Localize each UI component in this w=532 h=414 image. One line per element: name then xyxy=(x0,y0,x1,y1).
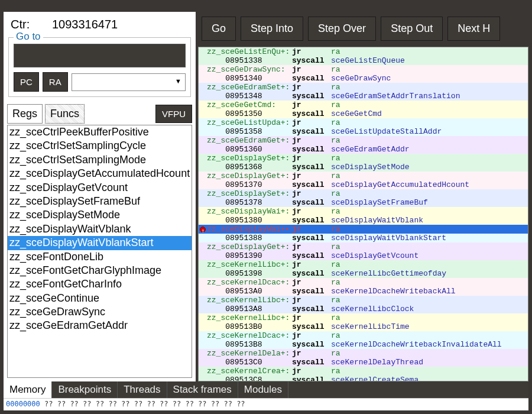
tab-modules[interactable]: Modules xyxy=(238,381,288,398)
disasm-row[interactable]: 08951368syscallsceDisplaySetMode xyxy=(199,163,528,172)
disasm-row[interactable]: 08951390syscallsceDisplayGetVcount xyxy=(199,251,528,260)
function-list-item[interactable]: zz_sceFontGetCharGlyphImage xyxy=(8,264,192,277)
disasm-row[interactable]: zz_sceKernelLibc+:jrra xyxy=(199,260,528,269)
breakpoint-gutter[interactable] xyxy=(199,207,207,216)
goto-combo[interactable] xyxy=(72,73,186,91)
function-list-item[interactable]: zz_sceGeEdramGetAddr xyxy=(8,319,192,332)
disasm-row[interactable]: zz_sceKernelDcac+:jrra xyxy=(199,331,528,340)
breakpoint-gutter[interactable] xyxy=(199,65,207,74)
disasm-row[interactable]: zz_sceGeEdramGet+:jrra xyxy=(199,136,528,145)
breakpoint-gutter[interactable] xyxy=(199,260,207,269)
ra-button[interactable]: RA xyxy=(43,72,68,92)
breakpoint-gutter[interactable] xyxy=(199,154,207,163)
disasm-row[interactable]: zz_sceDisplayGet+:jrra xyxy=(199,172,528,180)
function-list-item[interactable]: zz_sceDisplayWaitVblank xyxy=(8,222,192,236)
disasm-row[interactable]: zz_sceDisplaySet+:jrra xyxy=(199,189,528,198)
disasm-row[interactable]: 089513C8syscallsceKernelCreateSema xyxy=(199,376,528,381)
disasm-row[interactable]: 089513A8syscallsceKernelLibcClock xyxy=(199,305,528,313)
breakpoint-gutter[interactable] xyxy=(199,136,207,145)
function-list-item[interactable]: zz_sceDisplayGetVcount xyxy=(8,181,192,195)
disasm-row[interactable]: 08951340syscallsceGeDrawSync xyxy=(199,74,528,83)
function-list-item[interactable]: zz_sceDisplaySetMode xyxy=(8,208,192,222)
disasm-row[interactable]: zz_sceKernelDcac+:jrra xyxy=(199,278,528,287)
function-list-item[interactable]: zz_sceGeContinue xyxy=(8,292,192,305)
function-list-item[interactable]: zz_sceDisplayGetAccumulatedHcount xyxy=(8,167,192,180)
go-button[interactable]: Go xyxy=(202,17,236,41)
disasm-row[interactable]: 08951398syscallsceKernelLibcGettimeofday xyxy=(199,269,528,278)
disasm-row[interactable]: 089513C0syscallsceKernelDelayThread xyxy=(199,358,528,367)
breakpoint-gutter[interactable] xyxy=(199,225,207,234)
disasm-row[interactable]: zz_sceKernelCrea+:jrra xyxy=(199,367,528,376)
tab-regs[interactable]: Regs xyxy=(7,104,43,124)
disasm-row[interactable]: zz_sceGeListUpda+:jrra xyxy=(199,118,528,127)
next-hle-button[interactable]: Next H xyxy=(447,17,500,41)
vfpu-button[interactable]: VFPU xyxy=(155,105,192,123)
pc-button[interactable]: PC xyxy=(14,72,39,92)
disasm-row[interactable]: zz_sceKernelLibc+:jrra xyxy=(199,313,528,322)
breakpoint-gutter[interactable] xyxy=(199,74,207,83)
disasm-row[interactable]: zz_sceKernelDela+:jrra xyxy=(199,349,528,358)
disasm-row[interactable]: 08951380syscallsceDisplayWaitVblank xyxy=(199,216,528,225)
disasm-row[interactable]: zz_sceDisplayWai+:jrra xyxy=(199,207,528,216)
disasm-row[interactable]: zz_sceGeGetCmd:jrra xyxy=(199,101,528,109)
breakpoint-gutter[interactable] xyxy=(199,358,207,367)
disasm-row[interactable]: 089513B8syscallsceKernelDcacheWritebackI… xyxy=(199,340,528,349)
disasm-row[interactable]: 08951338syscallsceGeListEnQueue xyxy=(199,56,528,65)
goto-input[interactable] xyxy=(14,44,186,67)
breakpoint-gutter[interactable] xyxy=(199,198,207,207)
disasm-row[interactable]: 08951378syscallsceDisplaySetFrameBuf xyxy=(199,198,528,207)
breakpoint-gutter[interactable] xyxy=(199,278,207,287)
breakpoint-gutter[interactable] xyxy=(199,349,207,358)
disasm-row[interactable]: zz_sceDisplayWai+▪:jrra xyxy=(199,225,528,234)
function-list[interactable]: zz_sceCtrlPeekBufferPositivezz_sceCtrlSe… xyxy=(7,125,192,378)
breakpoint-gutter[interactable] xyxy=(199,376,207,381)
function-list-item[interactable]: zz_sceCtrlSetSamplingCycle xyxy=(8,139,192,153)
breakpoint-gutter[interactable] xyxy=(199,92,207,101)
breakpoint-gutter[interactable] xyxy=(199,109,207,118)
breakpoint-gutter[interactable] xyxy=(199,172,207,180)
disasm-row[interactable]: 089513B0syscallsceKernelLibcTime xyxy=(199,322,528,331)
disasm-row[interactable]: zz_sceKernelLibc+:jrra xyxy=(199,296,528,305)
breakpoint-gutter[interactable] xyxy=(199,180,207,189)
breakpoint-gutter[interactable] xyxy=(199,313,207,322)
function-list-item[interactable]: zz_sceCtrlPeekBufferPositive xyxy=(8,125,192,139)
disasm-row[interactable]: zz_sceGeListEnQu+:jrra xyxy=(199,47,528,56)
step-over-button[interactable]: Step Over xyxy=(308,17,376,41)
breakpoint-gutter[interactable] xyxy=(199,47,207,56)
disasm-row[interactable]: 08951348syscallsceGeEdramSetAddrTranslat… xyxy=(199,92,528,101)
breakpoint-gutter[interactable] xyxy=(199,322,207,331)
tab-stack-frames[interactable]: Stack frames xyxy=(167,381,238,398)
breakpoint-gutter[interactable] xyxy=(199,216,207,225)
function-list-item[interactable]: zz_sceFontGetCharInfo xyxy=(8,277,192,291)
disasm-row[interactable]: 08951358syscallsceGeListUpdateStallAddr xyxy=(199,127,528,136)
breakpoint-gutter[interactable] xyxy=(199,127,207,136)
function-list-item[interactable]: zz_sceDisplayWaitVblankStart xyxy=(8,236,192,250)
breakpoint-gutter[interactable] xyxy=(199,189,207,198)
disasm-row[interactable]: zz_sceGeEdramSet+:jrra xyxy=(199,83,528,92)
breakpoint-gutter[interactable] xyxy=(199,242,207,251)
breakpoint-gutter[interactable] xyxy=(199,296,207,305)
breakpoint-gutter[interactable] xyxy=(199,287,207,296)
function-list-item[interactable]: zz_sceGeDrawSync xyxy=(8,305,192,319)
tab-funcs[interactable]: Funcs xyxy=(45,104,85,124)
breakpoint-gutter[interactable] xyxy=(199,269,207,278)
function-list-item[interactable]: zz_sceDisplaySetFrameBuf xyxy=(8,195,192,208)
breakpoint-gutter[interactable] xyxy=(199,83,207,92)
disasm-row[interactable]: 08951360syscallsceGeEdramGetAddr xyxy=(199,145,528,154)
disasm-row[interactable]: 089513A0syscallsceKernelDcacheWritebackA… xyxy=(199,287,528,296)
tab-threads[interactable]: Threads xyxy=(118,381,167,398)
breakpoint-gutter[interactable] xyxy=(199,118,207,127)
breakpoint-gutter[interactable] xyxy=(199,367,207,376)
disasm-row[interactable]: 08951370syscallsceDisplayGetAccumulatedH… xyxy=(199,180,528,189)
breakpoint-gutter[interactable] xyxy=(199,56,207,65)
tab-memory[interactable]: Memory xyxy=(4,381,52,398)
breakpoint-gutter[interactable] xyxy=(199,101,207,109)
disasm-row[interactable]: 08951350syscallsceGeGetCmd xyxy=(199,109,528,118)
breakpoint-gutter[interactable] xyxy=(199,340,207,349)
breakpoint-gutter[interactable] xyxy=(199,331,207,340)
step-into-button[interactable]: Step Into xyxy=(241,17,303,41)
step-out-button[interactable]: Step Out xyxy=(381,17,443,41)
disasm-row[interactable]: zz_sceGeDrawSync:jrra xyxy=(199,65,528,74)
breakpoint-gutter[interactable] xyxy=(199,305,207,313)
disasm-row[interactable]: zz_sceDisplaySet+:jrra xyxy=(199,154,528,163)
